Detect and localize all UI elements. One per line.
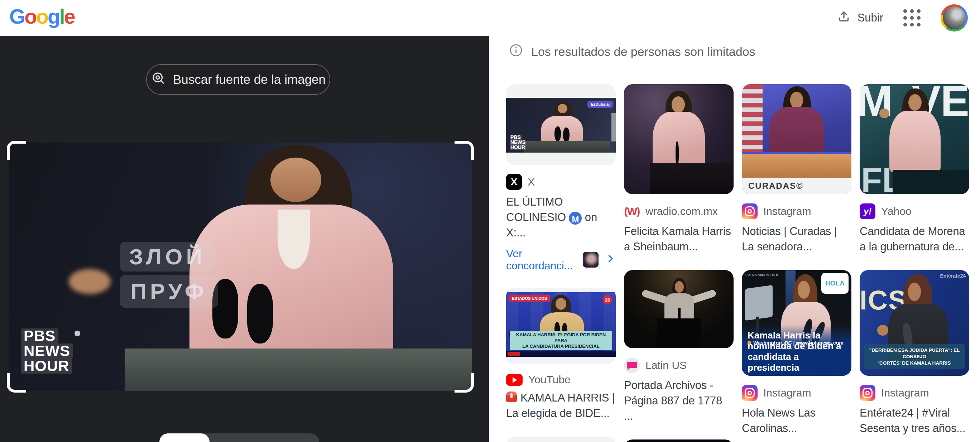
notice-text: Los resultados de personas son limitados — [531, 45, 756, 59]
figure-hand — [69, 269, 110, 294]
link-label: Ver concordanci... — [506, 248, 576, 272]
result-thumbnail[interactable] — [624, 270, 733, 348]
find-image-source-label: Buscar fuente de la imagen — [173, 72, 326, 87]
result-thumbnail[interactable] — [506, 437, 616, 442]
source-name: Latin US — [646, 359, 687, 371]
logo-letter: G — [9, 5, 24, 28]
top-header: Google Subir — [0, 0, 980, 36]
source-name: YouTube — [528, 374, 571, 386]
match-mini-thumbnail — [583, 252, 598, 267]
pbs-logo-line: PBS — [510, 135, 522, 140]
result-title: Noticias | Curadas | La senadora... — [742, 224, 851, 254]
lens-image-panel: Buscar fuente de la imagen ЗЛОЙ ПРУФ — [0, 36, 489, 442]
ezdubs-badge: EzDubs.ai — [587, 101, 613, 108]
result-thumbnail[interactable]: DW — [624, 439, 733, 442]
lens-mode-tab-selected[interactable] — [159, 433, 210, 442]
account-avatar[interactable] — [940, 4, 968, 32]
crop-handle-top-left[interactable] — [7, 141, 26, 160]
find-image-source-button[interactable]: Buscar fuente de la imagen — [146, 64, 330, 95]
upload-label: Subir — [858, 11, 883, 24]
result-card[interactable]: ICS Entérate24 "DERRIBEN ESA JODIDA PUER… — [860, 270, 969, 436]
results-column: M VE FL y! Yahoo C — [860, 84, 969, 442]
figure-face — [908, 94, 922, 111]
latin-us-icon — [624, 358, 640, 373]
camera-glyph — [745, 388, 755, 398]
teleprompter — [745, 285, 773, 321]
result-card[interactable]: DW — [624, 439, 733, 442]
result-thumbnail[interactable]: EzDubs.ai PBS NEWS HOUR — [506, 84, 616, 165]
see-matches-link[interactable]: Ver concordanci... — [506, 248, 616, 272]
figure-suit — [889, 111, 941, 172]
result-thumbnail[interactable]: CURADAS© — [742, 84, 851, 194]
google-apps-icon[interactable] — [902, 8, 922, 28]
video-caption: "DERRIBEN ESA JODIDA PUERTA": EL CONSEJO… — [864, 344, 965, 369]
result-source: Instagram — [742, 385, 851, 401]
result-thumbnail[interactable]: ESTADOS UNIDOS 26 VICEPRESIDENTA DE EEUU… — [506, 288, 616, 364]
result-title: Hola News Las Carolinas... — [742, 405, 851, 436]
result-source: Instagram — [860, 385, 969, 401]
figure-hand — [877, 325, 888, 335]
podium — [892, 170, 969, 194]
result-thumbnail[interactable] — [624, 84, 733, 194]
speech-bubble — [627, 362, 637, 368]
query-image[interactable]: ЗЛОЙ ПРУФ PBS NEWS HOUR — [9, 143, 472, 391]
result-card[interactable]: (W) wradio.com.mx Felicita Kamala Harris… — [624, 84, 733, 254]
logo-letter: e — [64, 5, 75, 28]
crop-handle-top-right[interactable] — [455, 141, 474, 160]
result-card[interactable]: CURADAS© Instagram Noticias | Curadas | … — [742, 84, 851, 254]
result-thumbnail[interactable]: M VE FL — [860, 84, 969, 194]
thumbnail-headline: Kamala Harris la nominada de Biden a can… — [748, 330, 848, 373]
logo-letter: o — [36, 5, 48, 28]
title-text: EL ÚLTIMO COLINESIO — [506, 196, 569, 224]
result-thumbnail[interactable]: ICS Entérate24 "DERRIBEN ESA JODIDA PUER… — [860, 270, 969, 376]
circled-m-emoji: M — [569, 212, 582, 224]
microphone — [678, 308, 681, 320]
upload-button[interactable]: Subir — [837, 9, 883, 27]
podium — [657, 318, 701, 348]
chyron-headline: KAMALA HARRIS: ELEGIDA POR BIDEN PARA LA… — [510, 331, 612, 350]
hola-news-logo: HOLA — [821, 273, 848, 294]
result-card[interactable]: Latin US Portada Archivos - Página 887 d… — [624, 270, 733, 424]
result-card[interactable]: M VE FL y! Yahoo C — [860, 84, 969, 254]
podium — [650, 163, 733, 194]
result-source: YouTube — [506, 374, 616, 386]
avatar-photo — [943, 6, 966, 29]
result-card[interactable] — [506, 437, 616, 442]
result-title: Felicita Kamala Harris a Sheinbaum... — [624, 224, 733, 254]
video-still: ESTADOS UNIDOS 26 VICEPRESIDENTA DE EEUU… — [506, 292, 616, 357]
logo-letter: o — [24, 5, 36, 28]
results-panel: Los resultados de personas son limitados — [489, 36, 980, 442]
flag-edge — [611, 113, 616, 142]
crop-handle-bottom-left[interactable] — [7, 373, 26, 393]
result-title: KAMALA HARRIS | La elegida de BIDE... — [506, 390, 616, 421]
query-image-stage[interactable]: ЗЛОЙ ПРУФ PBS NEWS HOUR — [9, 143, 472, 391]
result-card[interactable]: EzDubs.ai PBS NEWS HOUR X X — [506, 84, 616, 272]
source-name: wradio.com.mx — [646, 205, 718, 218]
result-card[interactable]: ESTADOS UNIDOS 26 VICEPRESIDENTA DE EEUU… — [506, 288, 616, 421]
result-card[interactable]: FOTO CRÉDITO: EFE HOLA Washington, DC | … — [742, 270, 851, 436]
result-title: Entérate24 | #Viral Sesenta y tres años.… — [860, 405, 969, 436]
main-split: Buscar fuente de la imagen ЗЛОЙ ПРУФ — [0, 36, 980, 442]
people-results-notice: Los resultados de personas son limitados — [509, 44, 980, 59]
results-column: (W) wradio.com.mx Felicita Kamala Harris… — [624, 84, 733, 442]
google-logo[interactable]: Google — [9, 5, 75, 28]
caption-line: 'CORTÉS' DE KAMALA HARRIS — [865, 360, 964, 366]
result-thumbnail[interactable]: FOTO CRÉDITO: EFE HOLA Washington, DC | … — [742, 270, 851, 376]
lens-mode-tabs[interactable] — [159, 433, 319, 442]
result-source: Instagram — [742, 204, 851, 219]
flag — [742, 84, 762, 154]
figure-suit — [769, 107, 824, 157]
pbs-mini-logo: PBS NEWS HOUR — [510, 135, 526, 150]
pbs-logo-line: PBS — [21, 328, 58, 343]
chevron-right-icon — [605, 253, 616, 267]
figure-face — [798, 281, 810, 299]
enterate-watermark: Entérate24 — [940, 273, 966, 279]
wradio-icon: (W) — [624, 204, 640, 219]
figure-shirt — [278, 210, 310, 269]
title-text: KAMALA HARRIS | La elegida de BIDE... — [506, 391, 615, 420]
results-column: CURADAS© Instagram Noticias | Curadas | … — [742, 84, 851, 442]
chyron-line: KAMALA HARRIS: ELEGIDA POR BIDEN PARA — [511, 332, 611, 343]
source-name: Yahoo — [881, 205, 912, 218]
crop-handle-bottom-right[interactable] — [455, 373, 474, 393]
source-name: Instagram — [763, 205, 811, 218]
